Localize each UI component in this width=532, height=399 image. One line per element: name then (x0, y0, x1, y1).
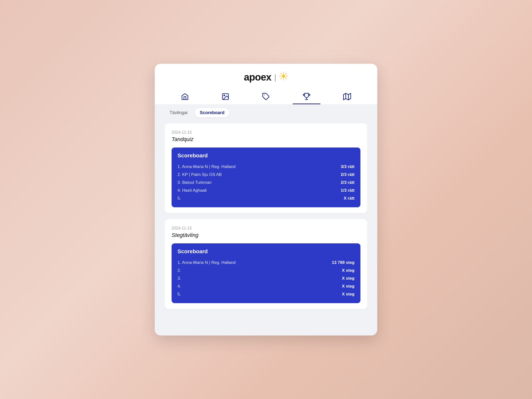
svg-point-10 (224, 95, 225, 96)
svg-line-7 (286, 73, 287, 74)
score-row: 1. Anna-Maria N | Reg. Halland 3/3 rätt (177, 163, 355, 171)
nav-item-trophy[interactable] (293, 90, 320, 104)
score-val: X steg (342, 284, 355, 289)
score-val: 2/3 rätt (341, 180, 355, 185)
rank-name: 4. Hasti Aghaali (177, 188, 207, 193)
svg-line-5 (281, 73, 282, 74)
svg-line-6 (286, 78, 287, 79)
score-row: 2. X steg (177, 267, 355, 274)
score-row: 5. X steg (177, 290, 355, 298)
scoreboard-box-2: Scoreboard 1. Anna-Maria N | Reg. Hallan… (172, 243, 360, 303)
score-row: 5. X rätt (177, 194, 355, 202)
score-val: 3/3 rätt (341, 164, 355, 169)
rank-name: 1. Anna-Maria N | Reg. Halland (177, 260, 236, 265)
nav-item-home[interactable] (171, 90, 199, 104)
svg-point-0 (282, 74, 285, 78)
logo-divider: | (274, 73, 276, 82)
nav-item-gallery[interactable] (212, 90, 239, 104)
nav-item-map[interactable] (333, 90, 361, 104)
header: apoex | (155, 64, 377, 104)
scoreboard-title-2: Scoreboard (177, 248, 355, 255)
tab-tavlingar[interactable]: Tävlingar (165, 108, 193, 117)
score-val: X steg (342, 292, 355, 297)
scoreboard-title-1: Scoreboard (177, 152, 355, 159)
svg-line-8 (281, 78, 282, 79)
tabs-row: Tävlingar Scoreboard (155, 104, 377, 121)
score-val: X steg (342, 268, 355, 273)
logo-sun-icon (279, 72, 288, 83)
score-row: 3. Batoul Turkman 2/3 rätt (177, 179, 355, 187)
rank-name: 3. Batoul Turkman (177, 180, 212, 185)
nav-item-tag[interactable] (252, 90, 280, 104)
svg-marker-12 (343, 93, 351, 100)
score-val: X rätt (344, 196, 355, 201)
logo-text: apoex (244, 72, 271, 83)
rank-name: 4. (177, 284, 181, 289)
contest-card-tandquiz: 2024-11-15 Tandquiz Scoreboard 1. Anna-M… (165, 123, 367, 213)
contest-date-1: 2024-11-15 (172, 130, 360, 135)
score-val: 1/3 rätt (341, 188, 355, 193)
contest-title-2: Stegtävling (172, 232, 360, 238)
score-row: 4. X steg (177, 282, 355, 290)
tab-scoreboard[interactable]: Scoreboard (195, 108, 229, 117)
rank-name: 2. (177, 268, 181, 273)
score-row: 2. KP | Palm Sju OS AB 2/3 rätt (177, 171, 355, 179)
logo-row: apoex | (244, 72, 288, 83)
app-container: apoex | (155, 64, 377, 336)
score-row: 4. Hasti Aghaali 1/3 rätt (177, 187, 355, 194)
score-val: 2/3 rätt (341, 172, 355, 177)
score-val: X steg (342, 276, 355, 281)
rank-name: 1. Anna-Maria N | Reg. Halland (177, 164, 236, 169)
score-row: 1. Anna-Maria N | Reg. Halland 13 789 st… (177, 259, 355, 267)
rank-name: 5. (177, 196, 181, 201)
score-row: 3. X steg (177, 274, 355, 282)
rank-name: 3. (177, 276, 181, 281)
nav-row (165, 90, 367, 104)
contest-title-1: Tandquiz (172, 136, 360, 143)
content: 2024-11-15 Tandquiz Scoreboard 1. Anna-M… (155, 121, 377, 319)
score-val: 13 789 steg (332, 260, 355, 265)
rank-name: 5. (177, 292, 181, 297)
contest-date-2: 2024-11-15 (172, 226, 360, 231)
scoreboard-box-1: Scoreboard 1. Anna-Maria N | Reg. Hallan… (172, 147, 360, 207)
contest-card-stegtavling: 2024-11-15 Stegtävling Scoreboard 1. Ann… (165, 219, 367, 309)
rank-name: 2. KP | Palm Sju OS AB (177, 172, 222, 177)
